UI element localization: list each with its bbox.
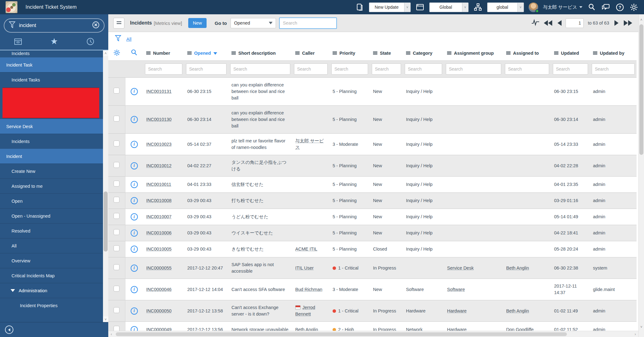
sidebar-item-incidents[interactable]: Incidents [0,134,103,149]
column-search-opened[interactable] [186,63,226,75]
record-preview-icon[interactable]: i [131,246,138,253]
record-preview-icon[interactable]: i [131,213,138,220]
page-number-input[interactable] [566,18,584,28]
record-number-link[interactable]: INC0010005 [146,247,171,252]
column-menu-icon[interactable] [231,52,236,55]
column-search-category[interactable] [405,63,442,75]
row-checkbox[interactable] [114,264,119,270]
breadcrumb-all-link[interactable]: All [126,36,132,42]
previous-page-button[interactable] [556,19,563,27]
sidebar-item-resolved[interactable]: Resolved [0,223,103,238]
row-checkbox[interactable] [114,162,119,168]
row-checkbox[interactable] [114,213,119,219]
application-picker-icon[interactable] [415,2,425,12]
column-menu-icon[interactable] [506,52,511,55]
row-checkbox[interactable] [114,286,119,292]
record-preview-icon[interactable]: i [131,229,138,237]
record-number-link[interactable]: INC0000050 [146,308,171,313]
application-picker[interactable]: Global ˅ [429,2,469,12]
assignment-group-link[interactable]: Software [447,287,465,292]
record-preview-icon[interactable]: i [131,197,138,204]
last-page-button[interactable] [623,19,633,27]
sidebar-item-service-desk[interactable]: Service Desk [0,119,103,134]
vertical-scrollbar[interactable]: ˄ ˅ [638,14,644,337]
record-preview-icon[interactable]: i [131,265,138,272]
sidebar-item-assigned-to-me[interactable]: Assigned to me [0,178,103,193]
record-preview-icon[interactable]: i [131,181,138,188]
column-header-assigned_to[interactable]: Assigned to [503,46,551,61]
list-search-icon[interactable] [125,46,143,61]
column-search-priority[interactable] [331,63,368,75]
record-number-link[interactable]: INC0010007 [146,214,171,219]
row-checkbox[interactable] [114,181,119,187]
caller-link[interactable]: 与太郎 サービス [295,138,324,150]
record-preview-icon[interactable]: i [131,88,138,95]
row-checkbox[interactable] [114,229,119,235]
column-search-short_description[interactable] [230,63,290,75]
scroll-left-icon[interactable]: ‹ [108,332,114,336]
domain-picker-icon[interactable] [473,2,483,12]
column-header-priority[interactable]: Priority [329,46,370,61]
column-header-updated_by[interactable]: Updated by [590,46,637,61]
column-header-number[interactable]: Number [143,46,184,61]
new-record-button[interactable]: New [188,18,207,28]
sidebar-item-overview[interactable]: Overview [0,253,103,268]
record-preview-icon[interactable]: i [131,116,138,123]
column-menu-icon[interactable] [187,52,192,55]
list-controls-menu-button[interactable] [113,18,124,29]
sidebar-item-incident-task[interactable]: Incident Task [0,57,103,72]
user-menu[interactable]: 与太郎 サービス [543,4,582,10]
assignment-group-link[interactable]: Hardware [447,308,467,313]
scroll-up-icon[interactable]: ˄ [103,50,108,56]
record-preview-icon[interactable]: i [131,307,138,315]
column-search-updated[interactable] [553,63,588,75]
record-number-link[interactable]: INC0010011 [146,182,171,187]
column-search-caller[interactable] [294,63,328,75]
column-header-caller[interactable]: Caller [292,46,329,61]
goto-search-input[interactable] [279,17,337,29]
horizontal-scrollbar-thumb[interactable] [116,332,567,336]
row-checkbox[interactable] [114,307,119,313]
row-checkbox[interactable] [114,141,119,146]
first-page-button[interactable] [543,19,553,27]
clear-filter-icon[interactable] [92,21,100,30]
user-avatar[interactable] [529,2,538,12]
caller-link[interactable]: Bud Richman [295,287,322,292]
row-checkbox[interactable] [114,116,119,122]
sidebar-item-open-unassigned[interactable]: Open - Unassigned [0,208,103,223]
horizontal-scrollbar[interactable]: ‹ › [108,331,638,337]
tab-all-applications[interactable] [0,33,36,50]
filter-funnel-icon[interactable] [115,35,121,43]
record-number-link[interactable]: INC0010130 [146,117,171,122]
column-menu-icon[interactable] [373,52,377,55]
record-number-link[interactable]: INC0010006 [146,230,171,235]
column-header-assignment_group[interactable]: Assignment group [444,46,503,61]
caller-link[interactable]: ITIL User [295,265,314,270]
column-search-updated_by[interactable] [592,63,635,75]
record-number-link[interactable]: INC0010023 [146,142,171,147]
tab-favorites[interactable]: ★ [36,33,72,50]
sidebar-item-incident[interactable]: Incident [0,149,103,164]
settings-gear-icon[interactable] [629,2,638,12]
sidebar-item-incidents[interactable]: Incidents [0,50,103,57]
column-menu-icon[interactable] [295,52,300,55]
column-header-opened[interactable]: Opened [184,46,228,61]
assigned-to-link[interactable]: Beth Anglin [506,308,529,313]
sidebar-item-open[interactable]: Open [0,193,103,208]
tab-history[interactable] [72,33,108,50]
sidebar-scrollbar-thumb[interactable] [104,192,108,251]
sidebar-item-create-new[interactable]: Create New [0,164,103,178]
column-header-state[interactable]: State [370,46,403,61]
column-menu-icon[interactable] [406,52,410,55]
column-header-short_description[interactable]: Short description [228,46,292,61]
scroll-up-icon[interactable]: ˄ [639,17,644,22]
global-search-icon[interactable] [587,2,596,12]
update-set-picker[interactable]: New Update ˅ [369,2,411,12]
connect-chat-icon[interactable] [601,2,610,12]
update-set-icon[interactable] [355,2,364,12]
navigator-filter-input[interactable] [19,23,89,28]
sidebar-item-critical-incidents-map[interactable]: Critical Incidents Map [0,268,103,283]
sidebar-item-all[interactable]: All [0,238,103,253]
record-number-link[interactable]: INC0010131 [146,89,171,94]
vertical-scrollbar-thumb[interactable] [639,24,643,155]
